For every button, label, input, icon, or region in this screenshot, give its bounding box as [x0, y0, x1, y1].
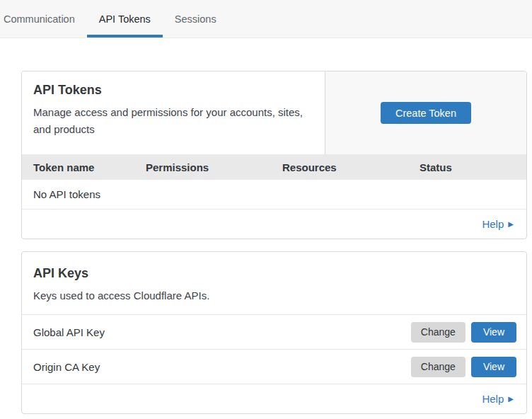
tab-communication-label: Communication [4, 13, 75, 25]
api-tokens-title: API Tokens [33, 81, 313, 100]
global-api-key-view-button[interactable]: View [471, 322, 516, 343]
help-arrow-icon: ▶ [508, 221, 514, 228]
tab-communication[interactable]: Communication [4, 0, 87, 38]
global-api-key-row: Global API Key Change View [22, 315, 526, 350]
tokens-empty-row: No API tokens [22, 180, 526, 210]
tokens-table-header: Token name Permissions Resources Status [22, 154, 526, 180]
global-api-key-label: Global API Key [33, 326, 411, 338]
api-keys-card: API Keys Keys used to access Cloudflare … [21, 251, 527, 414]
api-keys-title: API Keys [33, 264, 515, 283]
column-header-status: Status [420, 161, 526, 173]
tokens-help-row: Help ▶ [22, 210, 526, 239]
tab-bar: Communication API Tokens Sessions [0, 0, 532, 38]
column-header-resources: Resources [282, 161, 420, 173]
origin-ca-key-change-button[interactable]: Change [411, 357, 466, 377]
api-tokens-card: API Tokens Manage access and permissions… [21, 71, 527, 239]
keys-help-label: Help [482, 393, 504, 405]
column-header-permissions: Permissions [146, 161, 282, 173]
global-api-key-change-button[interactable]: Change [411, 322, 466, 343]
tab-sessions[interactable]: Sessions [163, 0, 229, 38]
tab-sessions-label: Sessions [175, 13, 216, 25]
column-header-token-name: Token name [33, 161, 146, 173]
api-tokens-description: Manage access and permissions for your a… [33, 104, 313, 138]
create-token-button[interactable]: Create Token [381, 102, 471, 124]
api-keys-card-header: API Keys Keys used to access Cloudflare … [22, 252, 526, 315]
origin-ca-key-row: Origin CA Key Change View [22, 350, 526, 384]
tokens-empty-message: No API tokens [33, 188, 100, 200]
tab-api-tokens-label: API Tokens [99, 13, 151, 25]
tab-api-tokens[interactable]: API Tokens [87, 0, 163, 38]
origin-ca-key-label: Origin CA Key [33, 361, 411, 373]
keys-help-row: Help ▶ [22, 384, 526, 413]
main-content: API Tokens Manage access and permissions… [0, 38, 532, 414]
help-arrow-icon: ▶ [508, 396, 514, 403]
origin-ca-key-view-button[interactable]: View [471, 357, 516, 377]
keys-help-link[interactable]: Help ▶ [482, 393, 514, 405]
api-tokens-card-header-text: API Tokens Manage access and permissions… [22, 71, 325, 154]
api-tokens-card-header-action: Create Token [325, 71, 526, 154]
tokens-help-label: Help [482, 218, 504, 230]
tokens-help-link[interactable]: Help ▶ [482, 218, 514, 230]
api-tokens-card-header: API Tokens Manage access and permissions… [22, 71, 526, 154]
api-keys-description: Keys used to access Cloudflare APIs. [33, 287, 316, 304]
